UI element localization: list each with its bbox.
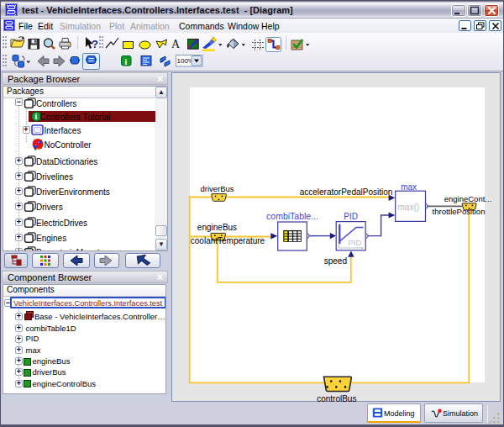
svg-text:i: i [35, 112, 38, 121]
svg-text:PID: PID [349, 238, 362, 247]
svg-text:?: ? [92, 38, 98, 50]
svg-text:max: max [401, 182, 417, 192]
svg-text:driverBus: driverBus [200, 184, 234, 193]
svg-text:PID: PID [344, 212, 358, 221]
svg-text:controlBus: controlBus [317, 394, 356, 403]
svg-text:engineCont...: engineCont... [444, 194, 492, 203]
svg-text:max(): max() [398, 203, 420, 212]
svg-text:combiTable...: combiTable... [266, 211, 318, 221]
svg-text:speed: speed [324, 256, 347, 266]
svg-text:throttlePosition: throttlePosition [433, 207, 486, 216]
svg-text:engineBus: engineBus [197, 223, 237, 232]
svg-text:i: i [124, 56, 127, 66]
svg-text:acceleratorPedalPosition: acceleratorPedalPosition [300, 187, 393, 197]
svg-text:coolantTemperature: coolantTemperature [191, 236, 265, 245]
svg-text:A: A [171, 38, 181, 50]
